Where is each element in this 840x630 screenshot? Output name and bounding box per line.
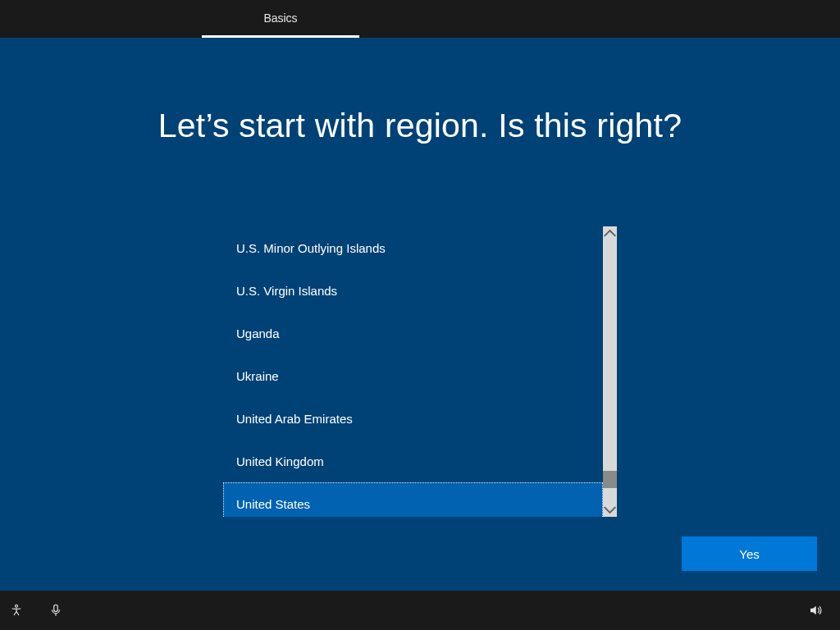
microphone-icon[interactable] — [39, 591, 72, 630]
region-list-container: U.S. Minor Outlying IslandsU.S. Virgin I… — [223, 226, 617, 517]
list-item-label: Ukraine — [236, 369, 279, 383]
list-item[interactable]: United States — [223, 482, 603, 517]
tab-basics[interactable]: Basics — [202, 0, 359, 38]
main-content: Let’s start with region. Is this right? … — [0, 38, 840, 591]
scrollbar[interactable] — [603, 226, 617, 517]
yes-button[interactable]: Yes — [682, 536, 817, 571]
volume-icon[interactable] — [799, 591, 832, 630]
tab-label: Basics — [263, 11, 297, 25]
bottom-bar — [0, 591, 840, 630]
list-item[interactable]: Ukraine — [223, 354, 603, 397]
accessibility-icon[interactable] — [0, 591, 33, 630]
list-item[interactable]: U.S. Virgin Islands — [223, 269, 603, 312]
region-list[interactable]: U.S. Minor Outlying IslandsU.S. Virgin I… — [223, 226, 603, 517]
list-item[interactable]: United Arab Emirates — [223, 397, 603, 440]
scroll-thumb[interactable] — [603, 471, 617, 488]
list-item-label: Uganda — [236, 326, 280, 340]
list-item[interactable]: U.S. Minor Outlying Islands — [223, 226, 603, 269]
list-item-label: U.S. Minor Outlying Islands — [236, 241, 386, 255]
list-item-label: United Kingdom — [236, 454, 324, 468]
list-item[interactable]: United Kingdom — [223, 440, 603, 482]
scroll-down-arrow-icon[interactable] — [603, 503, 617, 517]
top-bar: Basics — [0, 0, 840, 38]
list-item-label: U.S. Virgin Islands — [236, 284, 337, 298]
svg-rect-1 — [54, 605, 58, 611]
list-item[interactable]: Uganda — [223, 312, 603, 354]
list-item-label: United Arab Emirates — [236, 412, 353, 426]
list-item-label: United States — [236, 497, 310, 511]
page-title: Let’s start with region. Is this right? — [0, 107, 840, 145]
scroll-up-arrow-icon[interactable] — [603, 226, 617, 240]
yes-button-label: Yes — [739, 547, 759, 561]
svg-point-0 — [16, 605, 18, 607]
